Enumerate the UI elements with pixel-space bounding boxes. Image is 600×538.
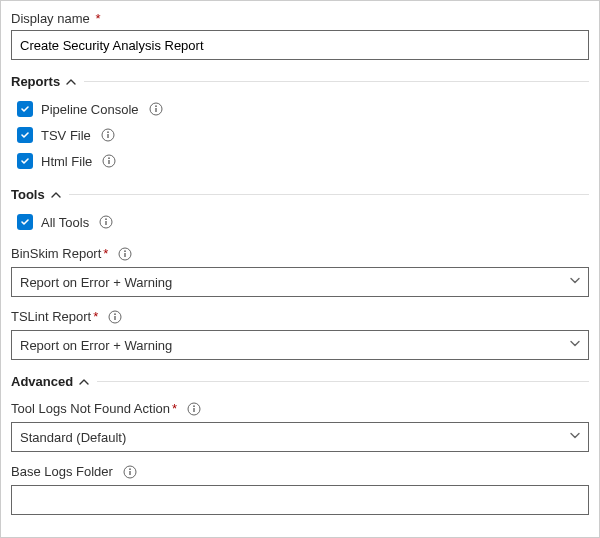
all-tools-label: All Tools xyxy=(41,215,89,230)
required-asterisk: * xyxy=(93,309,98,324)
section-rule xyxy=(84,81,589,82)
pipeline-console-row: Pipeline Console xyxy=(17,97,589,121)
svg-point-19 xyxy=(193,405,195,407)
info-icon[interactable] xyxy=(102,154,116,168)
logs-not-found-select-wrap: Standard (Default) xyxy=(11,422,589,452)
tslint-select[interactable]: Report on Error + Warning xyxy=(11,330,589,360)
svg-point-1 xyxy=(155,105,157,107)
tools-title: Tools xyxy=(11,187,45,202)
html-file-label: Html File xyxy=(41,154,92,169)
base-logs-label-row: Base Logs Folder xyxy=(11,464,589,479)
tslint-select-wrap: Report on Error + Warning xyxy=(11,330,589,360)
info-icon[interactable] xyxy=(101,128,115,142)
logs-not-found-select-value: Standard (Default) xyxy=(20,430,126,445)
svg-rect-14 xyxy=(125,253,126,257)
pipeline-console-label: Pipeline Console xyxy=(41,102,139,117)
tslint-label-row: TSLint Report * xyxy=(11,309,589,324)
reports-title: Reports xyxy=(11,74,60,89)
svg-point-13 xyxy=(124,250,126,252)
binskim-label-row: BinSkim Report * xyxy=(11,246,589,261)
tsv-file-checkbox[interactable] xyxy=(17,127,33,143)
info-icon[interactable] xyxy=(118,247,132,261)
base-logs-input[interactable] xyxy=(11,485,589,515)
svg-rect-8 xyxy=(109,160,110,164)
chevron-up-icon xyxy=(51,190,61,200)
section-rule xyxy=(97,381,589,382)
binskim-select[interactable]: Report on Error + Warning xyxy=(11,267,589,297)
required-asterisk: * xyxy=(103,246,108,261)
required-asterisk: * xyxy=(95,11,100,26)
advanced-section-header[interactable]: Advanced xyxy=(11,374,589,389)
reports-section-header[interactable]: Reports xyxy=(11,74,589,89)
info-icon[interactable] xyxy=(187,402,201,416)
all-tools-row: All Tools xyxy=(17,210,589,234)
logs-not-found-label-row: Tool Logs Not Found Action * xyxy=(11,401,589,416)
svg-rect-23 xyxy=(129,471,130,475)
all-tools-checkbox[interactable] xyxy=(17,214,33,230)
info-icon[interactable] xyxy=(99,215,113,229)
display-name-label-text: Display name xyxy=(11,11,90,26)
svg-rect-17 xyxy=(115,316,116,320)
logs-not-found-select[interactable]: Standard (Default) xyxy=(11,422,589,452)
info-icon[interactable] xyxy=(149,102,163,116)
binskim-label: BinSkim Report xyxy=(11,246,101,261)
tools-section: Tools All Tools BinSkim Report * Rep xyxy=(11,187,589,360)
info-icon[interactable] xyxy=(123,465,137,479)
tools-section-header[interactable]: Tools xyxy=(11,187,589,202)
tsv-file-row: TSV File xyxy=(17,123,589,147)
svg-point-22 xyxy=(129,468,131,470)
reports-section: Reports Pipeline Console TSV File xyxy=(11,74,589,173)
html-file-row: Html File xyxy=(17,149,589,173)
advanced-title: Advanced xyxy=(11,374,73,389)
binskim-select-value: Report on Error + Warning xyxy=(20,275,172,290)
svg-point-4 xyxy=(107,131,109,133)
tslint-select-value: Report on Error + Warning xyxy=(20,338,172,353)
svg-rect-2 xyxy=(155,108,156,112)
task-config-panel: Display name * Reports Pipeline Console xyxy=(0,0,600,538)
svg-point-7 xyxy=(108,157,110,159)
binskim-select-wrap: Report on Error + Warning xyxy=(11,267,589,297)
chevron-up-icon xyxy=(66,77,76,87)
info-icon[interactable] xyxy=(108,310,122,324)
display-name-label: Display name * xyxy=(11,11,589,26)
svg-rect-5 xyxy=(107,134,108,138)
base-logs-label: Base Logs Folder xyxy=(11,464,113,479)
pipeline-console-checkbox[interactable] xyxy=(17,101,33,117)
section-rule xyxy=(69,194,589,195)
chevron-up-icon xyxy=(79,377,89,387)
display-name-input[interactable] xyxy=(11,30,589,60)
svg-point-16 xyxy=(114,313,116,315)
advanced-section: Advanced Tool Logs Not Found Action * St… xyxy=(11,374,589,515)
tslint-label: TSLint Report xyxy=(11,309,91,324)
svg-rect-20 xyxy=(193,408,194,412)
logs-not-found-label: Tool Logs Not Found Action xyxy=(11,401,170,416)
required-asterisk: * xyxy=(172,401,177,416)
html-file-checkbox[interactable] xyxy=(17,153,33,169)
svg-rect-11 xyxy=(105,221,106,225)
svg-point-10 xyxy=(105,218,107,220)
tsv-file-label: TSV File xyxy=(41,128,91,143)
